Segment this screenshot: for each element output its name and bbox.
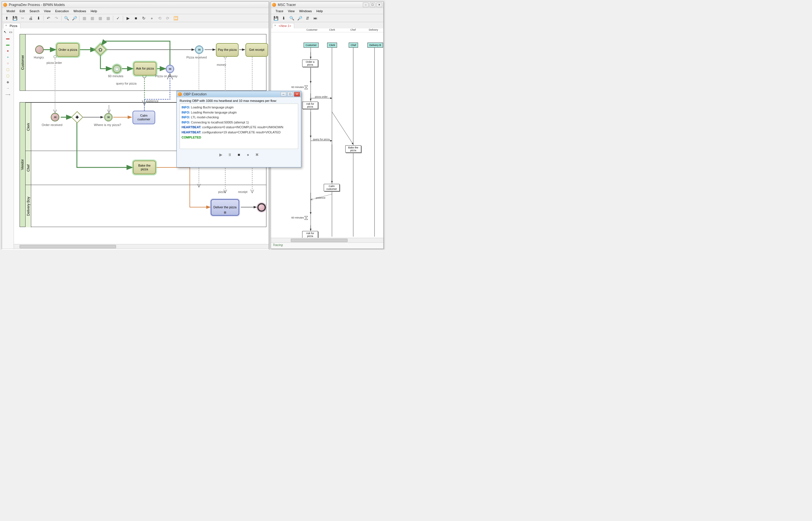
menu-tracer-help[interactable]: Help	[314, 9, 325, 13]
stop-icon[interactable]: ■	[133, 15, 139, 21]
end-event[interactable]	[257, 203, 266, 212]
menu-tracer-windows[interactable]: Windows	[297, 9, 314, 13]
align-top-icon[interactable]: ▦	[105, 15, 111, 21]
tab-close-icon[interactable]: ✕	[5, 24, 8, 27]
task-tool-icon[interactable]: ▢	[5, 67, 10, 72]
task-deliver-pizza[interactable]: Deliver the pizza⊞	[211, 199, 239, 216]
select-icon[interactable]: ▭	[8, 29, 13, 35]
menu-model[interactable]: Model	[4, 9, 17, 13]
tr-msg-ask[interactable]: Ask for pizza	[302, 101, 318, 109]
obp-titlebar[interactable]: OBP Execution ─ ☐ ✕	[177, 91, 301, 97]
msg-query: query for pizza	[116, 82, 137, 85]
align-right-icon[interactable]: ▦	[97, 15, 103, 21]
tracer-tab[interactable]: ✕ <New 1>	[272, 23, 294, 28]
flow-tool-icon[interactable]: →	[5, 86, 10, 91]
pool-tool-icon[interactable]: ▬	[5, 36, 10, 41]
cut-icon[interactable]: ✂	[20, 15, 26, 21]
obp-close-button[interactable]: ✕	[294, 92, 300, 96]
event-where-pizza[interactable]: ✉	[104, 113, 113, 121]
align-center-icon[interactable]: ▦	[89, 15, 95, 21]
tracer-zoom-out-icon[interactable]: 🔎	[297, 15, 303, 21]
zoom-out-icon[interactable]: 🔎	[71, 15, 77, 21]
task-calm-customer[interactable]: Calm customer	[133, 111, 155, 124]
print-icon[interactable]: 🖨	[27, 15, 34, 21]
export-icon[interactable]: ⬇	[36, 15, 42, 21]
task-ask-pizza[interactable]: Ask for pizza	[134, 62, 156, 75]
tab-pizza[interactable]: ✕ Pizza	[3, 23, 20, 28]
obp-pause-icon[interactable]: ⏸	[227, 152, 233, 158]
end-event-tool-icon[interactable]: ○	[5, 61, 10, 66]
tracer-zoom-in-icon[interactable]: 🔍	[288, 15, 295, 21]
intermediate-event-tool-icon[interactable]: ●	[5, 54, 10, 60]
obp-stop-icon[interactable]: ■	[236, 152, 242, 158]
lane-tool-icon[interactable]: ▬	[5, 42, 10, 47]
tr-msg-bake[interactable]: Bake the pizza	[345, 145, 361, 153]
tr-msg-calm[interactable]: Calm customer	[324, 184, 340, 191]
menu-trace[interactable]: Trace	[273, 9, 286, 13]
obp-min-button[interactable]: ─	[281, 92, 286, 96]
lifeline-delivery[interactable]: Delivery B	[367, 43, 383, 48]
timer-60min[interactable]: 🕐	[113, 65, 121, 73]
pointer-icon[interactable]: ↖	[3, 29, 8, 35]
task-order-pizza[interactable]: Order a pizza	[56, 43, 79, 57]
task-bake-pizza[interactable]: Bake the pizza	[133, 161, 156, 174]
event-pizza-on-way[interactable]: ✉	[166, 65, 174, 73]
menu-view[interactable]: View	[42, 9, 53, 13]
tracer-titlebar[interactable]: MSC Tracer ─ ☐ ✕	[271, 2, 383, 8]
tracer-hscroll[interactable]	[271, 238, 383, 242]
obp-max-button[interactable]: ☐	[287, 92, 293, 96]
loop-icon[interactable]: ↻	[141, 15, 147, 21]
tracer-tab-close-icon[interactable]: ✕	[274, 24, 277, 27]
tracer-tab-label: <New 1>	[279, 24, 291, 27]
step-fwd-icon[interactable]: ⟳	[165, 15, 171, 21]
lane-header-delivery: Delivery Boy	[26, 185, 31, 227]
task-pay-pizza[interactable]: Pay the pizza	[216, 43, 239, 57]
undo-icon[interactable]: ↶	[45, 15, 52, 21]
subprocess-tool-icon[interactable]: ▢	[5, 73, 10, 78]
redo-icon[interactable]: ↷	[53, 15, 60, 21]
tracer-close-button[interactable]: ✕	[376, 3, 382, 7]
tracer-step-icon[interactable]: ⏭	[312, 15, 319, 21]
canvas-hscroll[interactable]	[14, 244, 269, 249]
zoom-in-icon[interactable]: 🔍	[63, 15, 70, 21]
obp-output[interactable]: INFO: Loading Buchi language plugin INFO…	[180, 104, 298, 149]
obp-play-icon[interactable]: ▶	[218, 152, 224, 158]
lifeline-chef[interactable]: Chef	[349, 43, 358, 48]
tracer-app-icon	[272, 3, 276, 7]
up-icon[interactable]: ⬆	[4, 15, 10, 21]
main-titlebar[interactable]: PragmaDev Process - BPMN Models	[2, 2, 269, 8]
task-get-receipt[interactable]: Get receipt	[246, 43, 268, 57]
svg-line-27	[332, 112, 353, 144]
connector-tool-icon[interactable]: ⟶	[5, 92, 10, 97]
tracer-export-icon[interactable]: ⬇	[281, 15, 287, 21]
save-icon[interactable]: 💾	[11, 15, 18, 21]
step-back-icon[interactable]: ⟲	[157, 15, 163, 21]
tracer-save-icon[interactable]: 💾	[273, 15, 279, 21]
menu-tracer-view[interactable]: View	[286, 9, 297, 13]
menu-windows[interactable]: Windows	[71, 9, 89, 13]
start-event-hungry[interactable]	[35, 45, 44, 54]
play-icon[interactable]: ▶	[125, 15, 131, 21]
start-event-tool-icon[interactable]: ●	[5, 48, 10, 53]
tracer-fit-icon[interactable]: ⇵	[304, 15, 311, 21]
record-icon[interactable]: ●	[149, 15, 155, 21]
menu-search[interactable]: Search	[27, 9, 42, 13]
validate-icon[interactable]: ✓	[115, 15, 121, 21]
gateway-tool-icon[interactable]: ◆	[5, 80, 10, 85]
event-pizza-received[interactable]: ✉	[195, 45, 204, 54]
event-order-received[interactable]: ✉	[51, 113, 59, 121]
menu-help[interactable]: Help	[88, 9, 99, 13]
align-left-icon[interactable]: ▦	[81, 15, 87, 21]
tr-msg-ask2[interactable]: Ask for pizza	[302, 231, 318, 238]
tr-msg-order[interactable]: Order a pizza	[302, 60, 318, 67]
pool-header-vendor: Vendor	[20, 103, 26, 227]
tracer-max-button[interactable]: ☐	[370, 3, 375, 7]
fast-icon[interactable]: ⏩	[172, 15, 179, 21]
lifeline-clerk[interactable]: Clerk	[327, 43, 337, 48]
menu-edit[interactable]: Edit	[17, 9, 27, 13]
menu-execution[interactable]: Execution	[53, 9, 71, 13]
obp-record-icon[interactable]: ●	[245, 152, 251, 158]
tracer-min-button[interactable]: ─	[363, 3, 369, 7]
obp-cancel-icon[interactable]: ✖	[254, 152, 260, 158]
lifeline-customer[interactable]: Customer	[304, 43, 319, 48]
